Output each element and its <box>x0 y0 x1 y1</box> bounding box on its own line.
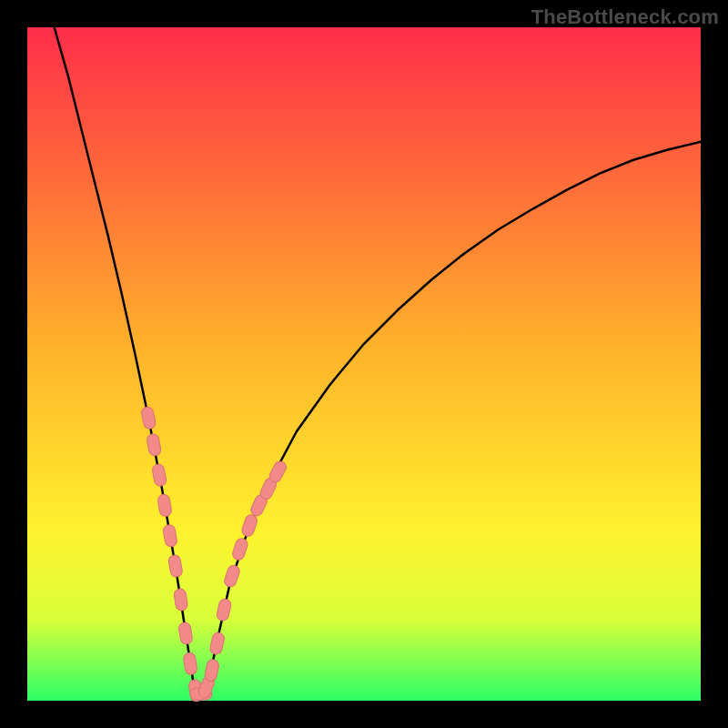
curve-marker <box>140 406 157 430</box>
curve-marker <box>173 588 187 612</box>
plot-area <box>27 27 701 701</box>
curve-marker <box>223 564 241 589</box>
curve-marker <box>162 524 177 548</box>
curve-marker <box>231 537 249 561</box>
curve-marker <box>209 632 226 655</box>
watermark-text: TheBottleneck.com <box>531 5 719 29</box>
curve-marker <box>146 433 161 457</box>
chart-frame: TheBottleneck.com <box>0 0 728 728</box>
curve-marker <box>151 463 167 487</box>
curve-marker <box>167 554 183 578</box>
curve-marker <box>204 659 219 682</box>
curve-marker <box>216 598 232 622</box>
curve-marker <box>178 622 193 645</box>
curve-marker <box>240 513 258 538</box>
curve-layer <box>27 27 701 701</box>
curve-marker <box>157 493 172 517</box>
curve-marker <box>183 652 197 675</box>
bottleneck-curve <box>55 27 701 697</box>
